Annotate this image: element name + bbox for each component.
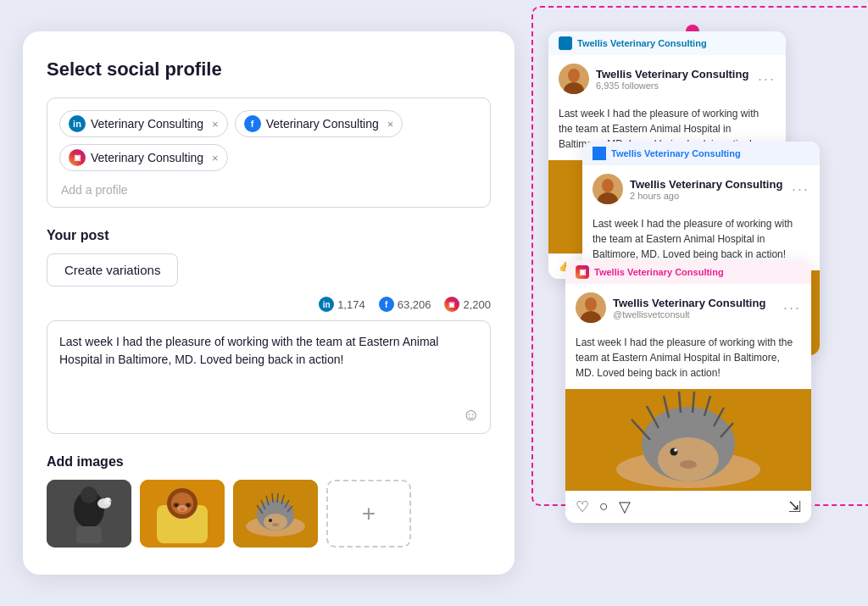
instagram-profile-tag[interactable]: ▣ Veterinary Consulting × (59, 144, 228, 171)
follower-counts: in 1,174 f 63,206 ▣ 2,200 (47, 297, 491, 312)
linkedin-user-info: Twellis Veterinary Consulting 6,935 foll… (596, 68, 751, 91)
svg-rect-3 (76, 526, 102, 543)
facebook-count-icon: f (379, 297, 394, 312)
facebook-follower-count: f 63,206 (379, 297, 431, 312)
instagram-card-actions: ♡ ○ ▽ ⇲ (565, 491, 811, 523)
svg-point-83 (680, 460, 697, 469)
facebook-avatar (593, 174, 623, 204)
linkedin-tag-close[interactable]: × (212, 119, 219, 130)
linkedin-username: Twellis Veterinary Consulting (596, 68, 751, 81)
image-thumb-3[interactable] (233, 480, 318, 548)
instagram-heart-icon[interactable]: ♡ (576, 498, 589, 516)
add-profile-placeholder[interactable]: Add a profile (59, 180, 478, 200)
linkedin-bar-icon: in (559, 36, 572, 50)
svg-point-32 (568, 69, 580, 82)
profile-tags-row: in Veterinary Consulting × f Veterinary … (59, 110, 478, 171)
create-variations-button[interactable]: Create variations (47, 253, 178, 286)
social-previews-panel: in Twellis Veterinary Consulting Twellis… (540, 31, 845, 523)
svg-point-29 (269, 519, 272, 522)
svg-point-82 (674, 448, 677, 452)
svg-line-23 (272, 493, 273, 503)
svg-point-14 (186, 503, 190, 507)
emoji-button[interactable]: ☺ (463, 405, 480, 425)
instagram-icon: ▣ (69, 149, 86, 166)
post-textarea-wrapper: Last week I had the pleasure of working … (47, 320, 491, 434)
composer-panel: Select social profile in Veterinary Cons… (23, 31, 515, 575)
instagram-comment-icon[interactable]: ○ (599, 498, 609, 516)
instagram-share-icon[interactable]: ▽ (619, 498, 631, 516)
image-thumb-2[interactable] (140, 480, 225, 548)
linkedin-follower-count: in 1,174 (319, 297, 365, 312)
instagram-follower-count: ▣ 2,200 (444, 297, 491, 312)
linkedin-more-icon[interactable]: ··· (758, 71, 776, 86)
svg-line-24 (277, 493, 278, 503)
linkedin-count-icon: in (319, 297, 334, 312)
facebook-card-header: Twellis Veterinary Consulting 2 hours ag… (582, 165, 820, 213)
svg-point-50 (602, 179, 614, 192)
facebook-tag-close[interactable]: × (387, 119, 394, 130)
image-thumb-1[interactable] (47, 480, 131, 548)
add-images-label: Add images (47, 454, 491, 470)
linkedin-subtitle: 6,935 followers (596, 81, 751, 91)
facebook-more-icon[interactable]: ··· (792, 181, 810, 197)
images-row: + (47, 480, 491, 548)
profile-selector: in Veterinary Consulting × f Veterinary … (47, 97, 491, 208)
linkedin-platform-bar: in Twellis Veterinary Consulting (548, 31, 786, 55)
facebook-icon: f (244, 115, 261, 132)
linkedin-icon: in (69, 115, 86, 132)
instagram-profile-name: Veterinary Consulting (91, 151, 203, 164)
instagram-tag-close[interactable]: × (212, 153, 219, 164)
svg-point-80 (658, 437, 719, 481)
your-post-label: Your post (47, 228, 491, 243)
facebook-subtitle: 2 hours ago (630, 191, 785, 201)
instagram-card-header: Twellis Veterinary Consulting @twellisve… (565, 284, 811, 331)
svg-point-13 (175, 503, 178, 507)
svg-point-2 (81, 486, 97, 503)
linkedin-profile-tag[interactable]: in Veterinary Consulting × (59, 110, 228, 137)
instagram-count-icon: ▣ (444, 297, 459, 312)
facebook-bar-icon: f (593, 147, 606, 160)
facebook-profile-tag[interactable]: f Veterinary Consulting × (235, 110, 403, 137)
instagram-avatar (576, 292, 606, 323)
linkedin-profile-name: Veterinary Consulting (91, 117, 203, 131)
svg-point-30 (272, 523, 279, 526)
facebook-username: Twellis Veterinary Consulting (630, 178, 785, 191)
instagram-subtitle: @twellisvetconsult (613, 309, 776, 320)
instagram-left-actions: ♡ ○ ▽ (576, 498, 631, 516)
instagram-post-text: Last week I had the pleasure of working … (565, 331, 811, 389)
post-textarea[interactable]: Last week I had the pleasure of working … (59, 333, 478, 418)
facebook-user-info: Twellis Veterinary Consulting 2 hours ag… (630, 178, 785, 201)
instagram-bookmark-icon[interactable]: ⇲ (788, 498, 801, 516)
instagram-username: Twellis Veterinary Consulting (613, 297, 776, 309)
instagram-user-info: Twellis Veterinary Consulting @twellisve… (613, 297, 776, 320)
instagram-bar-icon: ▣ (576, 265, 589, 279)
instagram-preview-card: ▣ Twellis Veterinary Consulting Twellis … (565, 260, 811, 523)
instagram-post-image (565, 389, 811, 491)
instagram-more-icon[interactable]: ··· (783, 300, 801, 315)
linkedin-avatar (559, 64, 589, 94)
instagram-platform-bar: ▣ Twellis Veterinary Consulting (565, 260, 811, 284)
svg-point-16 (180, 508, 185, 511)
facebook-profile-name: Veterinary Consulting (266, 117, 379, 131)
add-image-button[interactable]: + (326, 480, 411, 548)
facebook-platform-bar: f Twellis Veterinary Consulting (582, 142, 820, 165)
panel-title: Select social profile (47, 58, 491, 81)
svg-point-67 (585, 297, 597, 311)
svg-point-28 (264, 514, 287, 531)
linkedin-card-header: Twellis Veterinary Consulting 6,935 foll… (548, 55, 786, 103)
